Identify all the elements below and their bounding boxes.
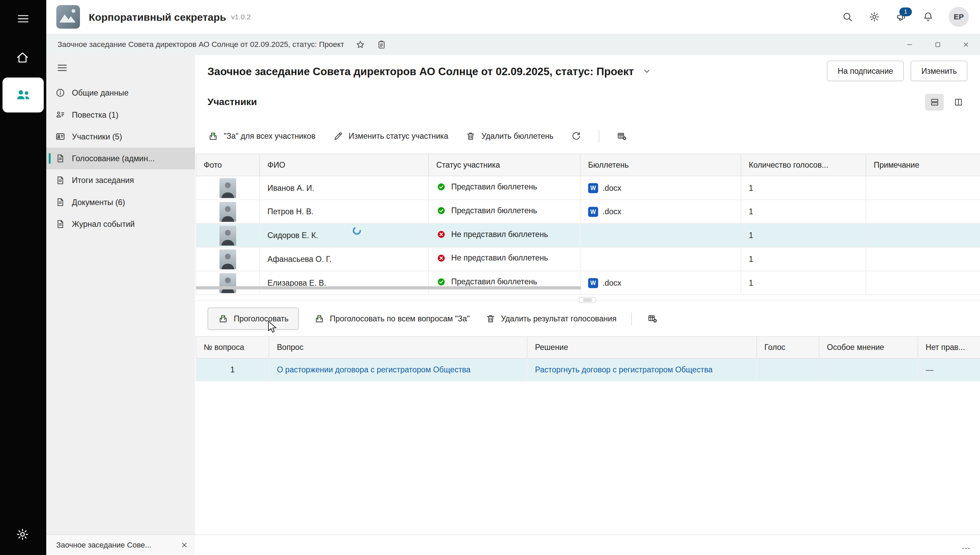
participant-name[interactable]: Афанасьева О. Г. (260, 247, 428, 271)
people-icon (15, 87, 31, 103)
trash-icon (485, 313, 496, 324)
table-settings-button[interactable] (616, 131, 627, 142)
window-controls (896, 34, 980, 55)
sidebar-item-general[interactable]: Общие данные (46, 82, 195, 104)
col-votes[interactable]: Количество голосов... (741, 154, 866, 176)
refresh-icon (570, 131, 582, 142)
delete-ballot-button[interactable]: Удалить бюллетень (465, 131, 554, 142)
col-decision[interactable]: Решение (527, 337, 757, 358)
view-rows-toggle[interactable] (925, 94, 944, 111)
announcements-button[interactable]: 1 (895, 11, 908, 23)
sidebar-item-participants[interactable]: Участники (5) (46, 125, 195, 147)
vote-button[interactable]: Проголосовать (207, 308, 299, 330)
close-tab-icon[interactable] (180, 541, 189, 550)
question-row[interactable]: 1 О расторжении договора с регистратором… (196, 358, 980, 381)
sidebar-bottom-tab[interactable]: Заочное заседание Сове... (46, 534, 195, 555)
settings-gear-icon[interactable] (868, 11, 880, 23)
vote-for-all-button[interactable]: "За" для всех участников (207, 131, 315, 142)
participant-name[interactable]: Петров Н. В. (260, 200, 428, 223)
participant-name[interactable]: Иванов А. И. (260, 176, 428, 200)
sidebar-item-icon (55, 175, 66, 186)
participant-status-icon (436, 277, 446, 287)
announcements-badge: 1 (900, 8, 912, 16)
table-settings-button[interactable] (647, 313, 659, 324)
question-link[interactable]: О расторжении договора с регистратором О… (277, 365, 471, 374)
col-name[interactable]: ФИО (260, 154, 428, 176)
toolbar-divider (631, 313, 632, 325)
rail-item-meetings[interactable] (2, 77, 43, 112)
maximize-icon (934, 40, 942, 49)
vote-all-yes-button[interactable]: Проголосовать по всем вопросам "За" (313, 313, 469, 324)
ballot-file[interactable]: W .docx (588, 183, 621, 193)
sidebar-item-agenda[interactable]: Повестка (1) (46, 104, 195, 125)
sidebar-item-results[interactable]: Итоги заседания (46, 169, 195, 191)
maximize-button[interactable] (924, 34, 952, 55)
tab-title[interactable]: Заочное заседание Совета директоров АО С… (46, 40, 344, 49)
splitter-grip[interactable] (579, 297, 596, 303)
minimize-icon (906, 40, 914, 49)
sidebar-item-label: Повестка (1) (72, 110, 119, 119)
sidebar-item-journal[interactable]: Журнал событий (46, 213, 195, 235)
participant-row[interactable]: Петров Н. В. Представил бюллетень W .doc… (196, 200, 980, 223)
note-cell (866, 176, 980, 200)
participant-photo (220, 249, 236, 269)
sidebar-menu-icon[interactable] (56, 62, 68, 74)
ballot-file[interactable]: W .docx (588, 207, 621, 216)
home-icon[interactable] (15, 50, 30, 65)
col-status[interactable]: Статус участника (428, 154, 580, 176)
change-status-button[interactable]: Изменить статус участника (333, 131, 448, 142)
change-status-label: Изменить статус участника (349, 132, 448, 141)
word-file-icon: W (588, 207, 598, 216)
sidebar-item-voting[interactable]: Голосование (админ... (46, 148, 195, 169)
delete-ballot-label: Удалить бюллетень (482, 132, 554, 141)
col-no-voting-right[interactable]: Нет прав... (918, 337, 980, 358)
col-photo[interactable]: Фото (196, 154, 260, 176)
ballot-filename: .docx (602, 279, 621, 287)
col-ballot[interactable]: Бюллетень (580, 154, 741, 176)
delete-vote-result-button[interactable]: Удалить результат голосования (485, 313, 616, 324)
sidebar: Общие данные Повестка (1) Участники (5) … (46, 55, 195, 555)
hscrollbar-thumb[interactable] (196, 286, 581, 289)
participant-status-icon (436, 229, 446, 239)
sidebar-item-documents[interactable]: Документы (6) (46, 191, 195, 213)
ballot-filename: .docx (602, 207, 621, 216)
header-actions: 1 ЕР (841, 7, 980, 27)
vote-icon (313, 313, 325, 324)
global-menu-icon[interactable] (16, 12, 30, 26)
refresh-button[interactable] (570, 131, 582, 142)
col-vote[interactable]: Голос (757, 337, 819, 358)
view-columns-toggle[interactable] (949, 94, 967, 111)
view-columns-icon (953, 97, 963, 107)
close-button[interactable] (952, 34, 980, 55)
col-question[interactable]: Вопрос (269, 337, 527, 358)
rail-settings-icon[interactable] (15, 527, 30, 542)
bell-icon[interactable] (922, 11, 934, 23)
bottom-bar: … (195, 534, 980, 555)
participants-header-row: Фото ФИО Статус участника Бюллетень Коли… (196, 154, 980, 176)
col-note[interactable]: Примечание (866, 154, 980, 176)
col-question-number[interactable]: № вопроса (196, 337, 269, 358)
participant-status-text: Представил бюллетень (451, 206, 537, 215)
chevron-down-icon[interactable] (642, 66, 652, 76)
participant-row[interactable]: Афанасьева О. Г. Не представил бюллетень… (196, 247, 980, 271)
send-for-signing-button[interactable]: На подписание (827, 61, 904, 81)
votes-count: 1 (741, 247, 866, 271)
app-version: v1.0.2 (231, 13, 251, 21)
sidebar-item-icon (55, 219, 66, 229)
participant-row[interactable]: Иванов А. И. Представил бюллетень W .doc… (196, 176, 980, 200)
clipboard-icon[interactable] (376, 39, 387, 50)
minimize-button[interactable] (896, 34, 924, 55)
decision-link[interactable]: Расторгнуть договор с регистратором Обще… (535, 365, 713, 374)
participant-name[interactable]: Сидоров Е. К. (260, 223, 428, 247)
avatar[interactable]: ЕР (949, 7, 969, 27)
star-icon[interactable] (355, 39, 365, 50)
panel-splitter[interactable] (195, 296, 980, 304)
sidebar-item-icon (55, 87, 66, 98)
edit-button[interactable]: Изменить (911, 61, 967, 81)
col-dissenting-opinion[interactable]: Особое мнение (819, 337, 918, 358)
sidebar-item-icon (55, 153, 66, 164)
participant-row[interactable]: Сидоров Е. К. Не представил бюллетень 1 (196, 223, 980, 247)
search-icon[interactable] (841, 11, 854, 23)
more-button[interactable]: … (961, 541, 971, 550)
participant-photo (220, 202, 236, 222)
